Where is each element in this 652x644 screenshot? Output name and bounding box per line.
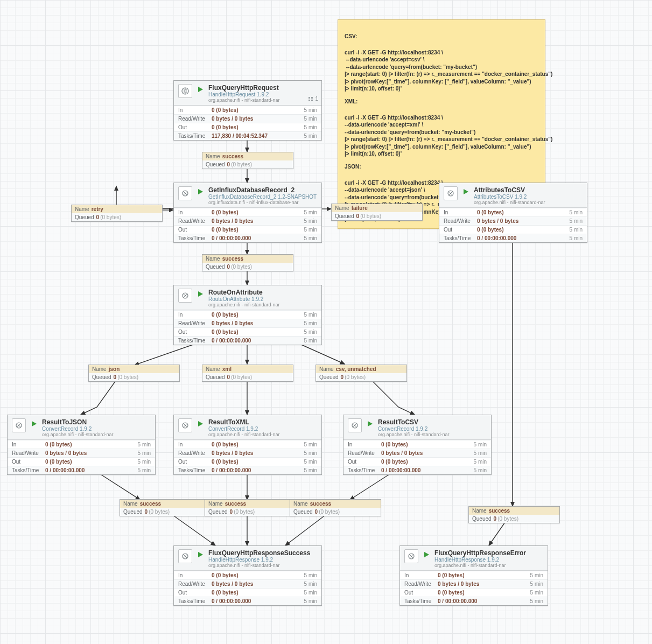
conn-q: 0: [315, 509, 318, 515]
processor-name: ResultToXML: [208, 418, 317, 426]
processor-bundle: org.apache.nifi - nifi-standard-nar: [208, 432, 317, 437]
processor-name: AttributesToCSV: [474, 186, 583, 194]
conn-q: 0: [227, 162, 230, 167]
processor-bundle: org.apache.nifi - nifi-standard-nar: [42, 432, 151, 437]
connection-json[interactable]: Namejson Queued0(0 bytes): [88, 365, 180, 382]
processor-icon: [444, 186, 458, 200]
svg-point-0: [184, 90, 186, 92]
stat-out: 0 (0 bytes): [212, 590, 299, 596]
connection-retry[interactable]: Nameretry Queued0(0 bytes): [71, 205, 163, 222]
processor-bundle: org.apache.nifi - nifi-standard-nar: [208, 97, 317, 103]
processor-icon: [12, 418, 26, 432]
processor-attributes-to-csv[interactable]: AttributesToCSV AttributesToCSV 1.9.2 or…: [439, 183, 587, 243]
connection-success-1[interactable]: Namesuccess Queued0(0 bytes): [202, 152, 293, 169]
run-status-icon: [197, 551, 204, 558]
note-h1: CSV:: [345, 33, 538, 40]
run-status-icon: [197, 291, 204, 297]
conn-name: success: [222, 153, 243, 159]
stat-rw: 0 bytes / 0 bytes: [212, 116, 299, 122]
run-status-icon: [197, 421, 204, 427]
processor-type: ConvertRecord 1.9.2: [42, 426, 151, 432]
processor-bundle: org.apache.nifi - nifi-standard-nar: [208, 302, 317, 307]
processor-name: FluxQueryHttpResponseError: [434, 549, 543, 557]
processor-get-influx-record[interactable]: GetInfluxDatabaseRecord_2 GetInfluxDatab…: [173, 183, 322, 243]
processor-result-to-json[interactable]: ResultToJSON ConvertRecord 1.9.2 org.apa…: [7, 415, 156, 475]
conn-q: 0: [341, 374, 344, 380]
processor-type: AttributesToCSV 1.9.2: [474, 194, 583, 200]
processor-bundle: org.apache.nifi - nifi-standard-nar: [474, 200, 583, 205]
connection-csv-unmatched[interactable]: Namecsv, unmatched Queued0(0 bytes): [316, 365, 407, 382]
conn-q: 0: [145, 509, 148, 515]
stat-tt: 0 / 00:00:00.000: [212, 467, 299, 473]
processor-type: HandleHttpRequest 1.9.2: [208, 92, 317, 97]
processor-result-to-csv[interactable]: ResultToCSV ConvertRecord 1.9.2 org.apac…: [343, 415, 492, 475]
stat-tt: 0 / 00:00:00.000: [477, 235, 564, 241]
stat-out: 0 (0 bytes): [438, 590, 525, 596]
processor-name: FluxQueryHttpResponseSuccess: [208, 549, 317, 557]
conn-q: 0: [230, 509, 233, 515]
conn-name: success: [222, 256, 243, 262]
connection-failure[interactable]: Namefailure Queued0(0 bytes): [331, 204, 423, 221]
processor-icon: [178, 289, 192, 303]
connection-success-2[interactable]: Namesuccess Queued0(0 bytes): [202, 254, 293, 271]
stat-tt: 0 / 00:00:00.000: [212, 598, 299, 604]
conn-name: success: [140, 501, 161, 507]
processor-bundle: org.apache.nifi - nifi-standard-nar: [378, 432, 487, 437]
note-b1: curl -i -X GET -G http://localhost:8234 …: [345, 50, 552, 92]
processor-icon: [404, 549, 418, 563]
stat-tt: 117,830 / 00:04:52.347: [212, 133, 299, 139]
stat-out: 0 (0 bytes): [212, 459, 299, 465]
stat-in: 0 (0 bytes): [212, 572, 299, 578]
conn-q: 0: [114, 374, 117, 380]
processor-name: GetInfluxDatabaseRecord_2: [208, 186, 317, 194]
stat-in: 0 (0 bytes): [212, 312, 299, 318]
processor-response-success[interactable]: FluxQueryHttpResponseSuccess HandleHttpR…: [173, 545, 322, 606]
conn-name: success: [225, 501, 246, 507]
conn-q: 0: [227, 264, 230, 270]
processor-name: ResultToCSV: [378, 418, 487, 426]
processor-type: HandleHttpResponse 1.9.2: [208, 557, 317, 563]
conn-q: 0: [356, 213, 360, 219]
stat-out: 0 (0 bytes): [45, 459, 132, 465]
stat-out: 0 (0 bytes): [381, 459, 468, 465]
processor-name: ResultToJSON: [42, 418, 151, 426]
processor-bundle: org.apache.nifi - nifi-standard-nar: [208, 563, 317, 568]
connection-success-error[interactable]: Namesuccess Queued0(0 bytes): [468, 506, 560, 523]
svg-rect-1: [309, 97, 310, 99]
processor-result-to-xml[interactable]: ResultToXML ConvertRecord 1.9.2 org.apac…: [173, 415, 322, 475]
conn-q: 0: [227, 374, 230, 380]
stat-rw: 0 bytes / 0 bytes: [438, 581, 525, 587]
conn-name: failure: [352, 205, 368, 211]
stat-rw: 0 bytes / 0 bytes: [212, 450, 299, 456]
stat-tt: 0 / 00:00:00.000: [212, 235, 299, 241]
stat-in: 0 (0 bytes): [212, 107, 299, 113]
processor-flux-query-http-request[interactable]: FluxQueryHttpRequest HandleHttpRequest 1…: [173, 80, 322, 141]
stat-rw: 0 bytes / 0 bytes: [477, 218, 564, 224]
connection-success-xml[interactable]: Namesuccess Queued0(0 bytes): [205, 499, 296, 516]
connection-xml[interactable]: Namexml Queued0(0 bytes): [202, 365, 293, 382]
stat-tt: 0 / 00:00:00.000: [438, 598, 525, 604]
processor-name: FluxQueryHttpRequest: [208, 84, 317, 92]
conn-q: 0: [96, 214, 100, 220]
connection-success-json[interactable]: Namesuccess Queued0(0 bytes): [120, 499, 211, 516]
stat-rw: 0 bytes / 0 bytes: [381, 450, 468, 456]
processor-route-on-attribute[interactable]: RouteOnAttribute RouteOnAttribute 1.9.2 …: [173, 285, 322, 345]
conn-name: csv, unmatched: [336, 366, 376, 372]
run-status-icon: [366, 421, 374, 427]
processor-type: ConvertRecord 1.9.2: [378, 426, 487, 432]
processor-icon: [178, 84, 192, 98]
svg-rect-4: [311, 100, 313, 101]
processor-bundle: org.influxdata.nifi - nifi-influx-databa…: [208, 200, 317, 205]
stat-out: 0 (0 bytes): [477, 227, 564, 233]
processor-response-error[interactable]: FluxQueryHttpResponseError HandleHttpRes…: [399, 545, 548, 606]
svg-rect-3: [309, 100, 310, 101]
connection-success-csv[interactable]: Namesuccess Queued0(0 bytes): [290, 499, 381, 516]
conn-name: success: [489, 508, 510, 514]
stat-in: 0 (0 bytes): [45, 442, 132, 447]
stat-in: 0 (0 bytes): [477, 209, 564, 215]
stat-out: 0 (0 bytes): [212, 329, 299, 335]
conn-name: xml: [222, 366, 232, 372]
stat-rw: 0 bytes / 0 bytes: [212, 320, 299, 326]
conn-q: 0: [494, 516, 497, 522]
stat-rw: 0 bytes / 0 bytes: [212, 581, 299, 587]
